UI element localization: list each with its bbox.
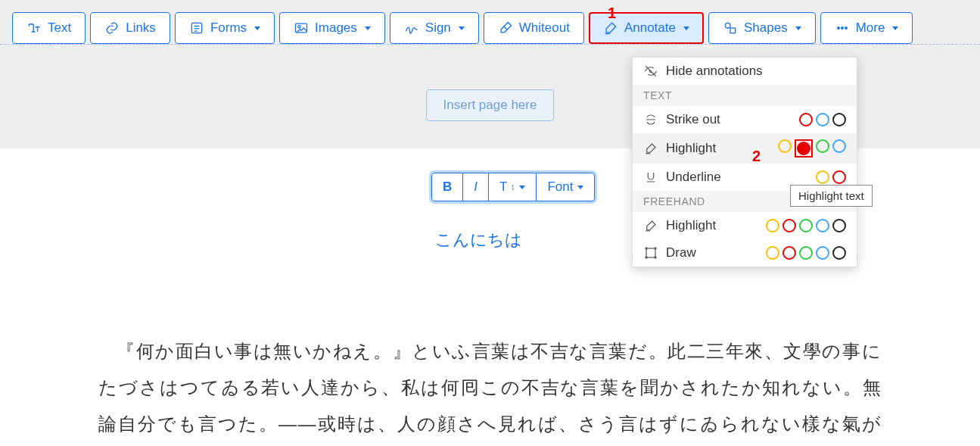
strikeout-swatches (799, 113, 846, 126)
caret-icon (795, 27, 801, 30)
hide-annotations-item[interactable]: Hide annotations (633, 58, 857, 85)
strikeout-label: Strike out (666, 112, 792, 127)
swatch-black[interactable] (832, 246, 846, 260)
caret-icon (577, 186, 583, 189)
insert-page-label: Insert page here (443, 98, 537, 112)
sign-button[interactable]: Sign (390, 12, 479, 44)
swatch-blue[interactable] (816, 113, 829, 126)
highlighter-icon (643, 218, 658, 233)
swatch-blue[interactable] (832, 139, 846, 153)
text-edit-toolbar: B I T↕ Font (431, 173, 595, 201)
caret-icon (683, 27, 689, 30)
callout-2: 2 (752, 148, 761, 165)
swatch-yellow[interactable] (766, 246, 779, 260)
draw-swatches (766, 246, 846, 260)
caret-icon (459, 27, 465, 30)
swatch-green[interactable] (799, 219, 813, 232)
italic-label: I (474, 179, 478, 195)
callout-1: 1 (608, 5, 616, 22)
swatch-yellow[interactable] (766, 219, 779, 232)
greeting-text[interactable]: こんにちは (435, 229, 522, 251)
size-button[interactable]: T↕ (488, 173, 537, 201)
draw-item[interactable]: Draw (633, 239, 857, 267)
swatch-green[interactable] (816, 139, 829, 153)
highlighter-icon (643, 141, 658, 156)
shapes-label: Shapes (744, 20, 788, 36)
svg-point-2 (298, 26, 300, 28)
swatch-red[interactable] (782, 246, 796, 260)
freehand-highlight-label: Highlight (666, 218, 758, 233)
sign-label: Sign (425, 20, 451, 36)
swatch-black[interactable] (832, 219, 846, 232)
svg-point-6 (841, 27, 843, 30)
links-button[interactable]: Links (90, 12, 170, 44)
links-label: Links (126, 20, 156, 36)
svg-point-3 (725, 23, 730, 28)
swatch-red[interactable] (782, 219, 796, 232)
eye-off-icon (643, 64, 658, 79)
freehand-highlight-item[interactable]: Highlight (633, 212, 857, 239)
forms-icon (189, 20, 204, 36)
caret-icon (365, 27, 371, 30)
bold-label: B (443, 179, 452, 195)
forms-button[interactable]: Forms (175, 12, 275, 44)
document-body-text: 『何か面白い事は無いかねえ。』といふ言葉は不吉な言葉だ。此二三年來、文學の事にた… (98, 333, 882, 446)
draw-icon (643, 245, 658, 260)
more-icon (835, 20, 850, 36)
font-label: Font (547, 179, 573, 195)
fh-highlight-swatches (766, 219, 846, 232)
eraser-icon (498, 20, 513, 36)
swatch-yellow[interactable] (778, 139, 792, 153)
text-icon (26, 20, 42, 36)
italic-button[interactable]: I (462, 173, 489, 201)
images-label: Images (315, 20, 357, 36)
underline-label: Underline (666, 170, 808, 185)
whiteout-label: Whiteout (519, 20, 570, 36)
insert-page-button[interactable]: Insert page here (426, 89, 555, 121)
image-icon (294, 20, 309, 36)
svg-point-5 (837, 27, 839, 30)
whiteout-button[interactable]: Whiteout (484, 12, 584, 44)
svg-rect-8 (646, 248, 655, 257)
highlight-swatches (778, 139, 846, 158)
shapes-icon (723, 20, 738, 36)
swatch-green[interactable] (799, 246, 813, 260)
caret-icon (892, 27, 898, 30)
bold-button[interactable]: B (431, 173, 463, 201)
caret-icon (519, 186, 525, 189)
font-button[interactable]: Font (536, 173, 595, 201)
swatch-blue[interactable] (816, 219, 829, 232)
swatch-yellow[interactable] (816, 170, 829, 184)
annotate-label: Annotate (624, 20, 676, 36)
caret-icon (254, 27, 260, 30)
swatch-blue[interactable] (816, 246, 829, 260)
underline-icon (643, 170, 658, 185)
highlight-item[interactable]: Highlight (633, 133, 857, 164)
hide-annotations-label: Hide annotations (666, 64, 846, 79)
text-button[interactable]: Text (12, 12, 86, 44)
shapes-button[interactable]: Shapes (708, 12, 816, 44)
swatch-red[interactable] (832, 170, 846, 184)
main-toolbar: Text Links Forms Images Sign Whiteout An… (0, 0, 980, 56)
link-icon (104, 20, 120, 36)
strikeout-item[interactable]: Strike out (633, 106, 857, 133)
images-button[interactable]: Images (279, 12, 385, 44)
updown-icon: ↕ (510, 182, 515, 192)
draw-label: Draw (666, 245, 758, 260)
more-button[interactable]: More (820, 12, 913, 44)
strikeout-icon (643, 112, 658, 127)
swatch-red[interactable] (799, 113, 813, 126)
highlighter-icon (603, 20, 618, 36)
insert-divider (0, 44, 980, 45)
more-label: More (856, 20, 885, 36)
annotate-dropdown: Hide annotations TEXT Strike out Highlig… (632, 57, 857, 267)
text-label: Text (48, 20, 71, 36)
underline-swatches (816, 170, 846, 184)
text-section-header: TEXT (633, 85, 857, 106)
size-label: T (499, 179, 507, 195)
annotate-button[interactable]: Annotate (589, 12, 704, 44)
svg-rect-4 (730, 28, 736, 33)
swatch-black[interactable] (832, 113, 846, 126)
swatch-red-selected[interactable] (795, 139, 813, 158)
forms-label: Forms (210, 20, 247, 36)
